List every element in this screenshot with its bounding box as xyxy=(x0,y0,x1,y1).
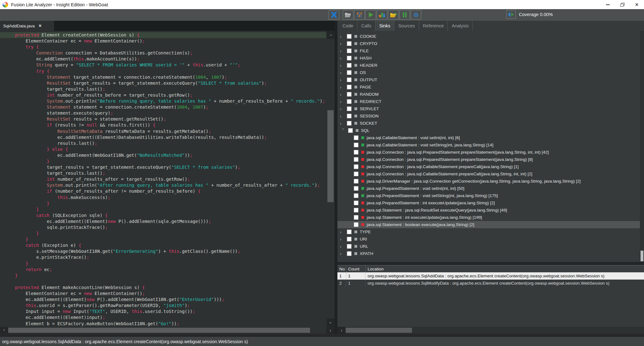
tree-table-splitter[interactable] xyxy=(337,262,644,265)
tree-sink-item[interactable]: java.sql.Statement : java.sql.ResultSet … xyxy=(337,207,644,214)
tree-sink-item[interactable]: java.sql.PreparedStatement : void setStr… xyxy=(337,192,644,199)
chevron-right-icon[interactable]: › xyxy=(340,92,347,97)
tree-category-page[interactable]: ›PAGE xyxy=(337,83,644,91)
checkbox[interactable] xyxy=(347,114,352,118)
scroll-left-button[interactable]: › xyxy=(0,327,8,334)
editor-tab-sqladddata[interactable]: SqlAddData.java ✕ xyxy=(0,21,54,31)
checkbox[interactable] xyxy=(347,56,352,60)
result-row[interactable]: 11org.owasp.webgoat.lessons.SqlAddData :… xyxy=(337,272,644,280)
checkbox[interactable] xyxy=(347,92,352,97)
tab-sinks[interactable]: Sinks xyxy=(375,21,394,31)
pause-button[interactable] xyxy=(399,10,410,20)
tree-category-servlet[interactable]: ›SERVLET xyxy=(337,105,644,112)
horizontal-scroll-thumb[interactable] xyxy=(8,328,310,333)
checkbox[interactable] xyxy=(347,121,352,126)
checkbox[interactable] xyxy=(348,128,353,133)
code-area[interactable]: protected Element createContent(WebSessi… xyxy=(0,31,326,327)
tree-category-output[interactable]: ›OUTPUT xyxy=(337,76,644,83)
checkbox[interactable] xyxy=(354,215,358,220)
tree-category-hash[interactable]: ›HASH xyxy=(337,54,644,62)
checkbox[interactable] xyxy=(347,230,352,234)
tab-close-icon[interactable]: ✕ xyxy=(39,24,42,28)
checkbox[interactable] xyxy=(347,70,352,75)
tree-sink-item[interactable]: java.sql.Connection : java.sql.CallableS… xyxy=(337,163,644,170)
checkbox[interactable] xyxy=(354,135,358,140)
tree-sink-item[interactable]: java.sql.Statement : int executeUpdate(j… xyxy=(337,214,644,221)
chevron-right-icon[interactable]: › xyxy=(340,114,347,118)
chevron-right-icon[interactable]: › xyxy=(340,244,347,249)
checkbox[interactable] xyxy=(347,106,352,111)
chevron-right-icon[interactable]: › xyxy=(340,121,347,126)
tree-sink-item[interactable]: java.sql.PreparedStatement : int execute… xyxy=(337,199,644,207)
checkbox[interactable] xyxy=(354,143,358,147)
checkbox[interactable] xyxy=(347,244,352,249)
chevron-right-icon[interactable]: › xyxy=(340,70,347,75)
vertical-scroll-thumb[interactable] xyxy=(327,110,334,202)
chevron-right-icon[interactable]: › xyxy=(340,41,347,46)
tree-category-file[interactable]: ›FILE xyxy=(337,47,644,54)
result-row[interactable]: 21org.owasp.webgoat.lessons.SqlModifyDat… xyxy=(337,280,644,287)
tree-category-crypto[interactable]: ›CRYPTO xyxy=(337,40,644,47)
checkbox[interactable] xyxy=(347,85,352,89)
checkbox[interactable] xyxy=(354,222,358,227)
tree-sink-item[interactable]: java.sql.CallableStatement : void setInt… xyxy=(337,134,644,141)
coverage-button[interactable] xyxy=(506,10,516,19)
checkbox[interactable] xyxy=(354,172,358,176)
tree-sink-item[interactable]: java.sql.Statement : boolean execute(jav… xyxy=(337,221,644,228)
close-button[interactable]: ✕ xyxy=(630,0,644,9)
checkbox[interactable] xyxy=(347,99,352,104)
checkbox[interactable] xyxy=(347,237,352,241)
chevron-right-icon[interactable]: › xyxy=(340,34,347,39)
tab-code[interactable]: Code xyxy=(339,21,358,31)
tree-category-header[interactable]: ›HEADER xyxy=(337,62,644,69)
tree-sink-item[interactable]: java.sql.Connection : java.sql.PreparedS… xyxy=(337,156,644,163)
header-no[interactable]: No xyxy=(337,265,346,272)
tab-sources[interactable]: Sources xyxy=(394,21,419,31)
chevron-right-icon[interactable]: › xyxy=(340,106,347,111)
tree-category-session[interactable]: ›SESSION xyxy=(337,112,644,120)
tree-category-random[interactable]: ›RANDOM xyxy=(337,91,644,98)
open-project-button[interactable] xyxy=(343,10,353,20)
checkbox[interactable] xyxy=(347,41,352,46)
chevron-right-icon[interactable]: › xyxy=(340,56,347,60)
tree-category-type[interactable]: ›TYPE xyxy=(337,228,644,235)
checkbox[interactable] xyxy=(354,201,358,205)
tree-category-xpath[interactable]: ›XPATH xyxy=(337,250,644,257)
refresh-button[interactable]: ♻ xyxy=(411,10,421,20)
reload-project-button[interactable] xyxy=(388,10,399,20)
tree-sink-item[interactable]: java.sql.DriverManager : java.sql.Connec… xyxy=(337,178,644,185)
chevron-right-icon[interactable]: › xyxy=(340,230,347,234)
header-count[interactable]: Count xyxy=(346,265,366,272)
tree-sink-item[interactable]: java.sql.Connection : java.sql.PreparedS… xyxy=(337,149,644,156)
scroll-right-button[interactable]: › xyxy=(326,327,335,334)
tree-category-socket[interactable]: ›SOCKET xyxy=(337,120,644,127)
checkbox[interactable] xyxy=(347,48,352,53)
checkbox[interactable] xyxy=(347,77,352,82)
statistics-button[interactable] xyxy=(377,10,387,20)
checkbox[interactable] xyxy=(354,164,358,169)
scroll-up-button[interactable]: › xyxy=(326,31,335,39)
tree-sink-item[interactable]: java.sql.CallableStatement : void setStr… xyxy=(337,141,644,149)
chevron-right-icon[interactable]: › xyxy=(340,99,347,104)
tree-category-uri[interactable]: ›URI xyxy=(337,235,644,243)
checkbox[interactable] xyxy=(347,34,352,39)
tree-sink-item[interactable]: java.sql.PreparedStatement : void setInt… xyxy=(337,185,644,192)
maximize-button[interactable] xyxy=(615,0,630,9)
panel-horizontal-scroll-thumb[interactable] xyxy=(346,328,412,333)
scroll-down-button[interactable]: › xyxy=(326,319,335,327)
tab-calls[interactable]: Calls xyxy=(358,21,375,31)
tree-category-cookie[interactable]: ›COOKIE xyxy=(337,33,644,40)
pane-divider[interactable] xyxy=(335,21,337,334)
chevron-right-icon[interactable]: › xyxy=(340,237,347,241)
tree-category-url[interactable]: ›URL xyxy=(337,243,644,250)
chevron-right-icon[interactable]: › xyxy=(340,48,347,53)
checkbox[interactable] xyxy=(354,157,358,162)
tab-analysis[interactable]: Analysis xyxy=(448,21,473,31)
chevron-right-icon[interactable]: › xyxy=(340,85,347,89)
checkbox[interactable] xyxy=(354,186,358,191)
chevron-right-icon[interactable]: › xyxy=(340,251,347,256)
panel-scroll-left-button[interactable]: › xyxy=(337,327,346,334)
tree-category-sql[interactable]: ›SQL xyxy=(337,127,644,134)
minimize-button[interactable] xyxy=(601,0,615,9)
chevron-right-icon[interactable]: › xyxy=(340,63,347,68)
